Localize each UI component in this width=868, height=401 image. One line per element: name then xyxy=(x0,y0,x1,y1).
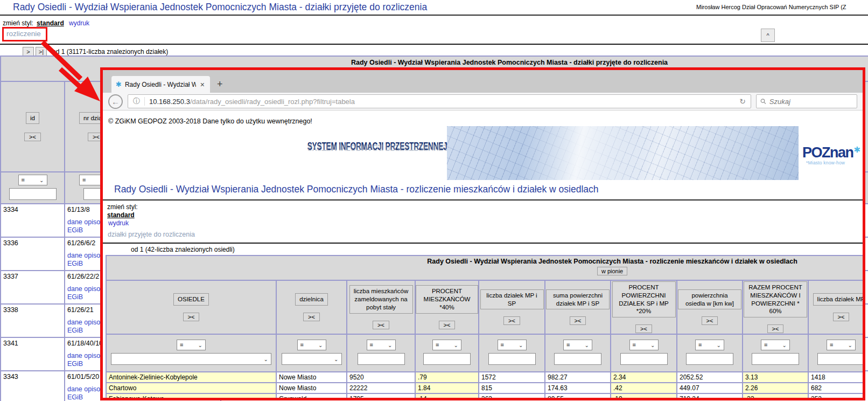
copyright-notice: © ZGiKM GEOPOZ 2003-2018 Dane tylko do u… xyxy=(108,117,863,125)
dzielnica-filter-select[interactable]: ⌄ xyxy=(282,353,342,365)
filter-operator-select[interactable]: =⌄ xyxy=(761,340,790,350)
rozliczenie-table: Rady Osiedli - Wydział Wspierania Jednos… xyxy=(106,255,865,400)
col-header-button[interactable]: liczba mieszkańców zameldowanych na poby… xyxy=(349,285,413,314)
table-row: Antoninek-Zieliniec-Kobylepole Nowe Mias… xyxy=(106,372,865,383)
tab-close-icon[interactable]: × xyxy=(199,80,206,89)
search-icon xyxy=(760,98,766,105)
filter-operator-select[interactable]: =⌄ xyxy=(297,340,326,350)
col-header-button[interactable]: liczba działek MP xyxy=(813,293,865,306)
chevron-down-icon: ⌄ xyxy=(848,342,852,348)
filter-input[interactable] xyxy=(423,353,471,365)
col-id-header-button[interactable]: id xyxy=(26,112,39,125)
back-button[interactable]: ← xyxy=(108,94,123,109)
rozliczenie-link[interactable]: rozliczenie xyxy=(6,30,41,38)
style-standard-link[interactable]: standard xyxy=(107,211,135,219)
sort-button[interactable]: >< xyxy=(303,313,320,321)
browser-tab[interactable]: ✱ Rady Osiedli - Wydział Ws... × xyxy=(111,76,210,93)
filter-operator-select[interactable]: =⌄ xyxy=(432,340,461,350)
chevron-down-icon: ⌄ xyxy=(39,177,44,183)
chevron-down-icon: ⌄ xyxy=(318,342,323,348)
col-header-button[interactable]: PROCENT MIESZKAŃCÓW *40% xyxy=(416,285,478,314)
col-header-button[interactable]: OSIEDLE xyxy=(173,293,209,306)
style-wydruk-link[interactable]: wydruk xyxy=(69,19,89,27)
change-style-label: zmień styl: xyxy=(3,19,33,27)
style-wydruk-link[interactable]: wydruk xyxy=(108,219,129,227)
osiedle-cell: Antoninek-Zieliniec-Kobylepole xyxy=(106,372,276,383)
dzialki-link[interactable]: działki przyjęte do rozliczenia xyxy=(108,231,863,238)
divider xyxy=(0,15,868,16)
filter-input[interactable] xyxy=(686,353,733,365)
col-id-sort-button[interactable]: >< xyxy=(24,133,41,141)
page-title: Rady Osiedli - Wydział Wspierania Jednos… xyxy=(13,2,427,13)
rozliczenie-link-highlight[interactable]: rozliczenie xyxy=(2,27,47,42)
w-pionie-button[interactable]: w pionie xyxy=(597,267,627,275)
scroll-top-button[interactable]: ^ xyxy=(761,29,775,42)
chevron-down-icon: ⌄ xyxy=(198,342,202,348)
sort-button[interactable]: >< xyxy=(183,313,200,321)
sort-button[interactable]: >< xyxy=(570,316,586,325)
filter-operator-select[interactable]: =⌄ xyxy=(629,340,659,350)
filter-operator-select[interactable]: =⌄ xyxy=(563,340,592,350)
col-header-button[interactable]: suma powierzchni działek MP i SP xyxy=(546,289,610,310)
filter-operator-select[interactable]: =⌄ xyxy=(367,340,396,350)
divider xyxy=(103,243,863,244)
table-title: Rady Osiedli - Wydział Wspierania Jednos… xyxy=(107,258,865,265)
chevron-down-icon: ⌄ xyxy=(519,342,523,348)
new-tab-button[interactable]: + xyxy=(217,79,223,89)
sip-banner-reflection: SYSTEM INFORMACJI PRZESTRZENNEJ xyxy=(307,144,447,151)
col-header-button[interactable]: powierzchnia osiedla w [km kw] xyxy=(678,289,741,310)
user-info: Mirosław Hercog Dział Opracowań Numerycz… xyxy=(696,4,868,10)
info-icon[interactable]: ⓘ xyxy=(133,96,140,106)
chevron-down-icon: ⌄ xyxy=(264,356,268,362)
poznan-logo: POZnan✱ *Miasto know-how xyxy=(802,146,865,165)
page-content: © ZGiKM GEOPOZ 2003-2018 Dane tylko do u… xyxy=(103,117,863,400)
col-header-button[interactable]: liczba działek MP i SP xyxy=(480,289,544,310)
divider xyxy=(103,199,863,200)
id-filter-operator-select[interactable]: = ⌄ xyxy=(18,175,47,185)
id-cell: 3341 xyxy=(1,337,65,371)
sort-button[interactable]: >< xyxy=(373,321,389,329)
change-style-label: zmień styl: xyxy=(107,203,863,211)
search-input[interactable] xyxy=(769,98,853,106)
style-standard-link[interactable]: standard xyxy=(37,19,64,27)
filter-operator-select[interactable]: =⌄ xyxy=(827,340,856,350)
tab-title: Rady Osiedli - Wydział Ws... xyxy=(125,81,196,88)
filter-operator-select[interactable]: =⌄ xyxy=(695,340,724,350)
style-switcher: zmień styl: standard wydruk xyxy=(3,19,89,27)
filter-input[interactable] xyxy=(817,353,865,365)
id-cell: 3336 xyxy=(1,237,65,271)
sort-button[interactable]: >< xyxy=(635,324,652,333)
chevron-down-icon: ⌄ xyxy=(650,342,655,348)
table-row: Chartowo Nowe Miasto 22222 1.84 815 174.… xyxy=(106,383,865,393)
sort-button[interactable]: >< xyxy=(439,321,456,329)
search-box[interactable] xyxy=(756,94,857,108)
filter-input[interactable] xyxy=(554,353,601,365)
id-cell: 3338 xyxy=(1,304,65,337)
blueprint-image xyxy=(447,126,799,180)
url-path: /data/rady_osiedli/rady_osiedli_rozl.php… xyxy=(190,98,355,106)
id-cell: 3334 xyxy=(1,204,65,237)
records-info: od 1 (42-liczba znalezionych osiedli) xyxy=(131,246,863,253)
col-header-button[interactable]: dzielnica xyxy=(295,293,328,306)
divider xyxy=(0,44,868,45)
sort-button[interactable]: >< xyxy=(503,316,520,325)
filter-input[interactable] xyxy=(620,353,668,365)
browser-window: ✱ Rady Osiedli - Wydział Ws... × + ← ⓘ 1… xyxy=(100,67,865,400)
poznan-logo-subtitle: *Miasto know-how xyxy=(806,161,865,165)
id-filter-input[interactable] xyxy=(9,188,57,200)
table-row: Fabianowo-Kotowo Grunwald 1705 .14 363 8… xyxy=(106,393,865,400)
filter-operator-select[interactable]: =⌄ xyxy=(498,340,527,350)
sort-button[interactable]: >< xyxy=(833,313,850,321)
reload-icon[interactable]: ↻ xyxy=(739,97,746,106)
sort-button[interactable]: >< xyxy=(702,316,718,325)
filter-input[interactable] xyxy=(488,353,536,365)
filter-operator-select[interactable]: =⌄ xyxy=(177,340,206,350)
col-header-button[interactable]: RAZEM PROCENT MIESZKAŃCÓW I POWIERZCHNI … xyxy=(744,281,807,318)
url-bar[interactable]: ⓘ 10.168.250.3/data/rady_osiedli/rady_os… xyxy=(128,94,751,108)
filter-input[interactable] xyxy=(358,353,405,365)
osiedle-filter-select[interactable]: ⌄ xyxy=(111,353,271,365)
filter-input[interactable] xyxy=(752,353,799,365)
poznan-star-icon: ✱ xyxy=(854,145,861,154)
col-header-button[interactable]: PROCENT POWIERZCHNI DZIAŁEK SP i MP *20% xyxy=(612,281,676,318)
sort-button[interactable]: >< xyxy=(767,324,784,333)
